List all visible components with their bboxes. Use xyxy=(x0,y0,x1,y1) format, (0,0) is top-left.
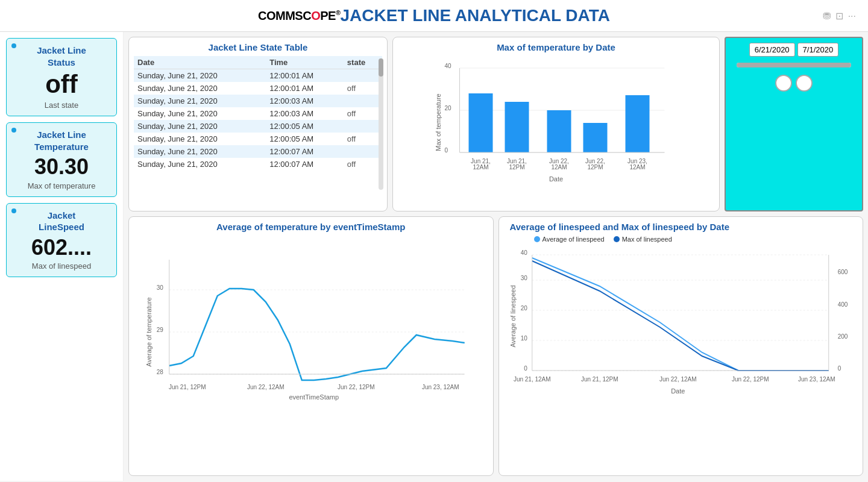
cell-state xyxy=(344,120,382,133)
legend-max: Max of linespeed xyxy=(614,236,672,243)
kpi-temp-label: Jacket LineTemperature xyxy=(14,129,109,152)
svg-text:Average of linespeed: Average of linespeed xyxy=(509,285,516,347)
kpi-status-label: Jacket LineStatus xyxy=(14,45,109,68)
svg-text:0: 0 xyxy=(837,365,841,372)
kpi-status-value: off xyxy=(14,70,109,98)
svg-text:20: 20 xyxy=(520,305,527,311)
svg-text:12AM: 12AM xyxy=(629,164,645,171)
table-title: Jacket Line State Table xyxy=(134,42,382,52)
date-start-input[interactable]: 6/21/2020 xyxy=(749,43,795,57)
svg-text:12PM: 12PM xyxy=(509,164,524,171)
cell-time: 12:00:07 AM xyxy=(266,145,344,158)
kpi-speed-dot xyxy=(11,208,16,213)
slider-thumbs xyxy=(731,75,857,92)
table-row: Sunday, June 21, 2020 12:00:01 AM off xyxy=(134,82,382,95)
kpi-status: Jacket LineStatus off Last state xyxy=(6,38,117,116)
svg-text:12AM: 12AM xyxy=(473,164,488,171)
cell-time: 12:00:03 AM xyxy=(266,107,344,120)
more-icon[interactable]: ··· xyxy=(848,10,856,21)
svg-text:30: 30 xyxy=(520,275,527,281)
content-area: Jacket Line State Table Date Time state … xyxy=(124,32,868,481)
legend-avg-label: Average of linespeed xyxy=(542,236,605,243)
temp-line xyxy=(169,289,465,380)
svg-text:Jun 23, 12AM: Jun 23, 12AM xyxy=(422,384,459,390)
dual-chart-title: Average of linespeed and Max of linespee… xyxy=(504,222,858,232)
table-wrapper[interactable]: Date Time state Sunday, June 21, 2020 12… xyxy=(134,56,382,171)
svg-text:20: 20 xyxy=(445,105,452,111)
cell-date: Sunday, June 21, 2020 xyxy=(134,120,266,133)
table-row: Sunday, June 21, 2020 12:00:03 AM off xyxy=(134,107,382,120)
legend-max-label: Max of linespeed xyxy=(622,236,672,243)
cell-state xyxy=(344,145,382,158)
kpi-speed-label: JacketLineSpeed xyxy=(14,210,109,233)
cell-state xyxy=(344,69,382,83)
state-table-panel: Jacket Line State Table Date Time state … xyxy=(128,37,388,211)
dual-line-chart-panel: Average of linespeed and Max of linespee… xyxy=(498,216,864,476)
svg-text:10: 10 xyxy=(520,335,527,342)
table-row: Sunday, June 21, 2020 12:00:01 AM xyxy=(134,69,382,83)
cell-date: Sunday, June 21, 2020 xyxy=(134,95,266,107)
kpi-linespeed: JacketLineSpeed 602.... Max of linespeed xyxy=(6,203,117,278)
date-slider-track[interactable] xyxy=(737,63,851,67)
svg-text:12PM: 12PM xyxy=(587,164,603,171)
cell-time: 12:00:01 AM xyxy=(266,69,344,83)
line-chart-svg: 28 29 30 Average of temperature Jun 21, … xyxy=(134,236,488,404)
slider-thumb-right[interactable] xyxy=(796,75,813,92)
cell-time: 12:00:05 AM xyxy=(266,133,344,145)
cell-state: off xyxy=(344,82,382,95)
cell-date: Sunday, June 21, 2020 xyxy=(134,107,266,120)
line-chart-panel: Average of temperature by eventTimeStamp… xyxy=(128,216,494,476)
kpi-speed-value: 602.... xyxy=(14,236,109,260)
sidebar: Jacket LineStatus off Last state Jacket … xyxy=(0,32,124,481)
cell-time: 12:00:01 AM xyxy=(266,82,344,95)
max-speed-line xyxy=(532,261,828,371)
date-end-input[interactable]: 7/1/2020 xyxy=(797,43,839,57)
kpi-status-dot xyxy=(11,43,16,48)
kpi-temp-sub: Max of temperature xyxy=(14,181,109,190)
svg-text:29: 29 xyxy=(157,327,164,333)
table-row: Sunday, June 21, 2020 12:00:07 AM xyxy=(134,145,382,158)
table-row: Sunday, June 21, 2020 12:00:07 AM off xyxy=(134,158,382,171)
col-state: state xyxy=(344,56,382,69)
cell-date: Sunday, June 21, 2020 xyxy=(134,145,266,158)
svg-text:12AM: 12AM xyxy=(551,164,567,171)
cell-state: off xyxy=(344,133,382,145)
avg-speed-line xyxy=(532,258,828,371)
export-icon[interactable]: ⊡ xyxy=(835,10,843,22)
cell-date: Sunday, June 21, 2020 xyxy=(134,158,266,171)
legend-avg: Average of linespeed xyxy=(534,236,605,243)
bar-4 xyxy=(583,123,608,152)
cell-time: 12:00:03 AM xyxy=(266,95,344,107)
svg-text:Jun 21, 12PM: Jun 21, 12PM xyxy=(580,376,618,383)
svg-text:Max of temperature: Max of temperature xyxy=(435,93,442,151)
table-row: Sunday, June 21, 2020 12:00:05 AM xyxy=(134,120,382,133)
page-title: JACKET LINE ANALYTICAL DATA xyxy=(340,6,610,25)
state-table: Date Time state Sunday, June 21, 2020 12… xyxy=(134,56,382,171)
cell-state: off xyxy=(344,107,382,120)
logo-reg: ® xyxy=(336,9,341,16)
bar-2 xyxy=(505,102,529,152)
svg-text:Jun 22, 12AM: Jun 22, 12AM xyxy=(247,384,285,390)
scroll-thumb xyxy=(379,58,383,77)
svg-text:Average of temperature: Average of temperature xyxy=(145,297,153,366)
svg-text:40: 40 xyxy=(445,63,452,69)
slider-thumb-left[interactable] xyxy=(775,75,792,92)
logo-o: O xyxy=(311,9,320,22)
svg-text:30: 30 xyxy=(157,284,164,291)
cell-time: 12:00:05 AM xyxy=(266,120,344,133)
scroll-bar[interactable] xyxy=(379,58,383,190)
kpi-status-sub: Last state xyxy=(14,101,109,110)
bar-5 xyxy=(626,95,650,152)
filter-icon[interactable]: ⛃ xyxy=(823,10,831,22)
cell-time: 12:00:07 AM xyxy=(266,158,344,171)
svg-text:200: 200 xyxy=(837,333,848,340)
svg-text:600: 600 xyxy=(837,269,848,275)
bar-chart-panel: Max of temperature by Date 40 20 0 Max o… xyxy=(392,37,720,211)
bar-1 xyxy=(469,93,493,152)
svg-text:Jun 22, 12PM: Jun 22, 12PM xyxy=(731,376,769,383)
main-layout: Jacket LineStatus off Last state Jacket … xyxy=(0,32,868,481)
table-row: Sunday, June 21, 2020 12:00:03 AM xyxy=(134,95,382,107)
date-filter-panel: 6/21/2020 7/1/2020 xyxy=(725,37,863,211)
logo: COMMSCOPE® xyxy=(258,9,340,23)
cell-date: Sunday, June 21, 2020 xyxy=(134,133,266,145)
